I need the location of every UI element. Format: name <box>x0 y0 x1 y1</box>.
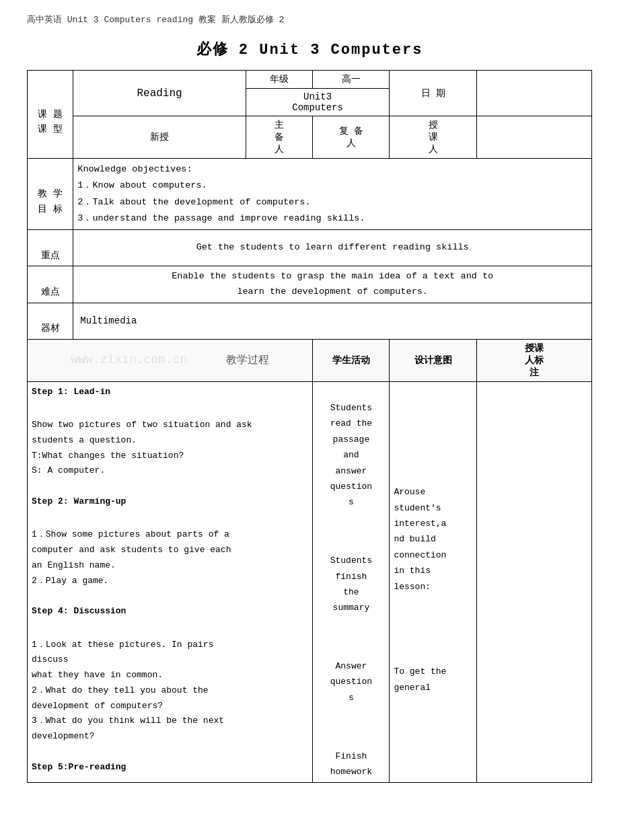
review-prep-label: 复 备 人 <box>313 116 390 159</box>
difficulty-row: 难点 Enable the students to grasp the main… <box>28 266 592 303</box>
design-block2: To get the general <box>394 648 472 695</box>
steps-content: Step 1: Lead-in Show two pictures of two… <box>28 381 313 783</box>
lesson-type-label: 课 题 课 型 <box>28 71 73 159</box>
objectives-row: 教 学 目 标 Knowledge objectives: 1．Know abo… <box>28 159 592 230</box>
activity-block2: Students finish the summary <box>317 537 385 616</box>
materials-row: 器材 Multimedia <box>28 303 592 339</box>
grade-value: 高一 <box>313 71 390 89</box>
teach-value <box>477 116 592 159</box>
process-header-cell: www.zixin.com.cn 教学过程 <box>28 339 313 381</box>
difficulty-content: Enable the students to grasp the main id… <box>73 266 592 303</box>
teach-label: 授 课 人 <box>390 116 477 159</box>
activity-block4: Finish homework <box>317 732 385 779</box>
instructor-note-cell <box>477 381 592 783</box>
design-block1: Arouse student's interest,a nd build con… <box>394 469 472 595</box>
step1-block: Step 1: Lead-in Show two pictures of two… <box>32 385 308 480</box>
step4-title: Step 4: Discussion <box>32 604 308 619</box>
design-header: 设计意图 <box>390 339 477 381</box>
materials-content: Multimedia <box>73 303 592 339</box>
activity-block1: Students read the passage and answer que… <box>317 385 385 510</box>
info-row-3: 新授 主 备 人 复 备 人 授 课 人 <box>28 116 592 159</box>
step1-content: Show two pictures of two situation and a… <box>32 402 308 479</box>
activity-block3: Answer question s <box>317 643 385 706</box>
step5-block: Step 5:Pre-reading <box>32 760 308 775</box>
header-text: 高中英语 Unit 3 Computers reading 教案 新人教版必修 … <box>27 15 284 25</box>
content-row: Step 1: Lead-in Show two pictures of two… <box>28 381 592 783</box>
new-teach-cell: 新授 <box>73 116 246 159</box>
instructor-header: 授课 人标 注 <box>477 339 592 381</box>
unit-label: Unit3 Computers <box>246 89 390 116</box>
page-header: 高中英语 Unit 3 Computers reading 教案 新人教版必修 … <box>27 13 592 26</box>
main-table: 课 题 课 型 Reading 年级 高一 日 期 Unit3 Computer… <box>27 70 592 783</box>
step4-block: Step 4: Discussion 1．Look at these pictu… <box>32 604 308 744</box>
activities-cell: Students read the passage and answer que… <box>313 381 390 783</box>
difficulty-label: 难点 <box>28 266 73 303</box>
key-point-content: Get the students to learn different read… <box>73 230 592 266</box>
reading-cell: Reading <box>73 71 246 116</box>
objectives-label: 教 学 目 标 <box>28 159 73 230</box>
step2-block: Step 2: Warming-up 1．Show some pictures … <box>32 494 308 589</box>
step1-title: Step 1: Lead-in <box>32 385 308 400</box>
date-value <box>477 71 592 116</box>
objectives-content: Knowledge objectives: 1．Know about compu… <box>73 159 592 230</box>
date-label: 日 期 <box>390 71 477 116</box>
info-row-1: 课 题 课 型 Reading 年级 高一 日 期 <box>28 71 592 89</box>
activity-header: 学生活动 <box>313 339 390 381</box>
key-point-row: 重点 Get the students to learn different r… <box>28 230 592 266</box>
step5-title: Step 5:Pre-reading <box>32 760 308 775</box>
main-title: 必修 2 Unit 3 Computers <box>27 39 592 59</box>
process-header-row: www.zixin.com.cn 教学过程 学生活动 设计意图 授课 人标 注 <box>28 339 592 381</box>
main-prep-label: 主 备 人 <box>246 116 313 159</box>
step2-title: Step 2: Warming-up <box>32 494 308 510</box>
design-cell: Arouse student's interest,a nd build con… <box>390 381 477 783</box>
step4-content: 1．Look at these pictures. In pairs discu… <box>32 622 308 744</box>
step2-content: 1．Show some pictures about parts of a co… <box>32 512 308 589</box>
materials-label: 器材 <box>28 303 73 339</box>
grade-label: 年级 <box>246 71 313 89</box>
key-point-label: 重点 <box>28 230 73 266</box>
